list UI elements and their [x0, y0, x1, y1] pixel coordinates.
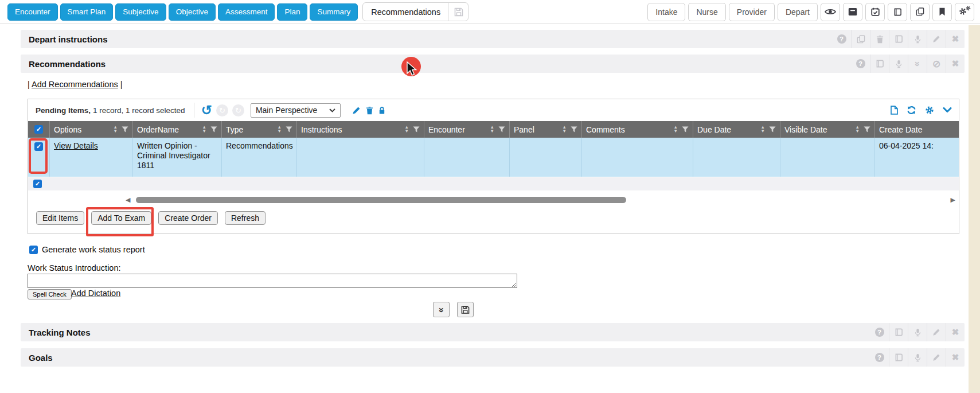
spell-check-button[interactable]: Spell Check [28, 289, 72, 299]
scrollbar-thumb[interactable] [136, 197, 626, 203]
copy-icon[interactable] [910, 3, 930, 21]
book-icon[interactable] [889, 30, 908, 48]
book-icon[interactable] [889, 348, 908, 367]
refresh-icon[interactable] [907, 106, 916, 115]
select-all-checkbox[interactable]: ✓ [34, 125, 43, 134]
microphone-icon[interactable] [908, 348, 927, 367]
filter-icon[interactable] [498, 126, 505, 133]
book-icon[interactable] [870, 55, 889, 73]
scroll-right-arrow[interactable]: ▶ [951, 196, 955, 203]
help-icon[interactable]: ? [870, 348, 889, 367]
sort-icon[interactable]: ▲▼ [563, 126, 567, 133]
filter-icon[interactable] [682, 126, 689, 133]
scroll-left-arrow[interactable]: ◀ [126, 196, 130, 203]
save-icon[interactable] [448, 3, 468, 21]
pencil-icon[interactable] [927, 30, 946, 48]
nav-tab-assessment[interactable]: Assessment [218, 3, 275, 21]
new-document-icon[interactable] [891, 106, 898, 115]
nav-tab-objective[interactable]: Objective [169, 3, 216, 21]
close-icon[interactable]: ✖ [946, 323, 965, 341]
generate-report-checkbox[interactable]: ✓ [29, 246, 38, 254]
save-section-button[interactable] [457, 302, 474, 317]
nav-tab-encounter[interactable]: Encounter [7, 3, 58, 21]
close-icon[interactable]: ✖ [946, 30, 965, 48]
collapse-section-button[interactable]: » [433, 302, 450, 317]
section-title: Depart instructions [29, 34, 108, 44]
nurse-button[interactable]: Nurse [688, 3, 725, 21]
horizontal-scrollbar[interactable]: ◀ ▶ [28, 196, 959, 203]
pencil-icon[interactable] [927, 323, 946, 341]
sort-icon[interactable]: ▲▼ [278, 126, 282, 133]
help-icon[interactable]: ? [870, 323, 889, 341]
block-icon[interactable]: ⊘ [927, 55, 946, 73]
depart-button[interactable]: Depart [778, 3, 818, 21]
back-icon[interactable]: ↻ [216, 104, 228, 116]
settings-gear-icon[interactable] [925, 106, 934, 115]
sort-icon[interactable]: ▲▼ [761, 126, 765, 133]
sort-icon[interactable]: ▲▼ [114, 126, 118, 133]
bookmark-icon[interactable] [932, 3, 952, 21]
table-row[interactable]: ✓ View Details Written Opinion - Crimina… [28, 138, 959, 177]
edit-perspective-icon[interactable] [352, 106, 361, 115]
help-icon[interactable]: ? [851, 55, 870, 73]
gears-icon[interactable] [955, 3, 974, 21]
nav-tab-plan[interactable]: Plan [277, 3, 307, 21]
microphone-icon[interactable] [889, 55, 908, 73]
calendar-check-icon[interactable] [865, 3, 885, 21]
add-recommendations-link[interactable]: Add Recommendations [32, 80, 118, 89]
filter-icon[interactable] [286, 126, 292, 133]
nav-tab-subjective[interactable]: Subjective [115, 3, 166, 21]
book-icon[interactable] [888, 3, 907, 21]
grid-summary-info: 1 record, 1 record selected [93, 106, 185, 115]
archive-icon[interactable] [843, 3, 862, 21]
nav-tab-summary[interactable]: Summary [310, 3, 358, 21]
work-status-intro-textarea[interactable] [28, 274, 517, 288]
nav-tab-recommendations-active[interactable]: Recommendations [362, 2, 468, 21]
filter-icon[interactable] [864, 126, 870, 133]
close-icon[interactable]: ✖ [946, 55, 965, 73]
microphone-icon[interactable] [908, 30, 927, 48]
filter-icon[interactable] [571, 126, 577, 133]
sort-icon[interactable]: ▲▼ [202, 126, 206, 133]
eye-icon[interactable] [821, 3, 840, 21]
delete-perspective-icon[interactable] [366, 106, 373, 115]
footer-select-row: ✓ [28, 177, 959, 190]
work-status-intro-label: Work Status Introduction: [28, 263, 121, 273]
microphone-icon[interactable] [908, 323, 927, 341]
intake-button[interactable]: Intake [647, 3, 685, 21]
close-icon[interactable]: ✖ [946, 348, 965, 367]
view-details-link[interactable]: View Details [54, 141, 98, 150]
collapse-icon[interactable]: » [908, 55, 927, 73]
undo-icon[interactable]: ↺ [201, 105, 212, 115]
toolbar-divider [194, 103, 194, 118]
nav-tab-smart-plan[interactable]: Smart Plan [60, 3, 114, 21]
sort-icon[interactable]: ▲▼ [405, 126, 409, 133]
lock-icon[interactable] [378, 106, 385, 115]
sort-icon[interactable]: ▲▼ [674, 126, 678, 133]
perspective-select[interactable]: Main Perspective [251, 103, 341, 118]
section-title: Goals [29, 353, 53, 363]
book-icon[interactable] [889, 323, 908, 341]
add-dictation-link[interactable]: Add Dictation [71, 289, 120, 298]
filter-icon[interactable] [210, 126, 217, 133]
grid-summary-title: Pending Items, [36, 106, 91, 115]
filter-icon[interactable] [122, 126, 128, 133]
filter-icon[interactable] [769, 126, 776, 133]
edit-items-button[interactable]: Edit Items [36, 211, 84, 225]
provider-button[interactable]: Provider [729, 3, 775, 21]
create-order-button[interactable]: Create Order [158, 211, 218, 225]
forward-icon[interactable]: ↻ [232, 104, 244, 116]
refresh-button[interactable]: Refresh [225, 211, 266, 225]
trash-icon[interactable] [870, 30, 889, 48]
sort-icon[interactable]: ▲▼ [490, 126, 494, 133]
copy-icon[interactable] [851, 30, 870, 48]
pencil-icon[interactable] [927, 348, 946, 367]
help-icon[interactable]: ? [832, 30, 851, 48]
footer-checkbox[interactable]: ✓ [33, 180, 42, 188]
sort-icon[interactable]: ▲▼ [856, 126, 860, 133]
grid-toolbar: Pending Items, 1 record, 1 record select… [28, 99, 959, 121]
cell-create-date: 06-04-2025 14: [874, 138, 959, 177]
chevron-down-icon[interactable] [943, 107, 952, 113]
perspective-selected-value: Main Perspective [256, 106, 317, 115]
filter-icon[interactable] [413, 126, 420, 133]
